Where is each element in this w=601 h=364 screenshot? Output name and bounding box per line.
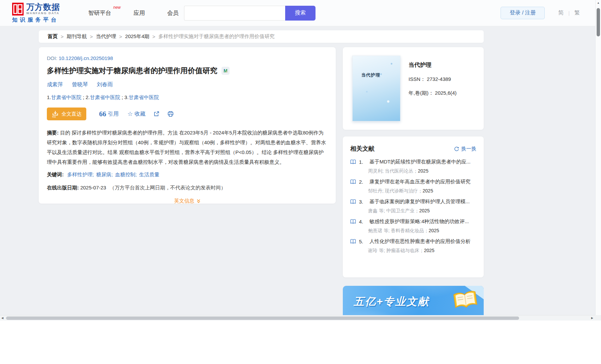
related-item: 5. 人性化护理在恶性肿瘤患者中的应用价值分析 谢玲 等; 肿瘤基础与临床；20… (350, 238, 476, 254)
lang-divider: | (568, 10, 570, 16)
lang-traditional[interactable]: 繁 (574, 9, 580, 17)
vertical-scrollbar[interactable]: ▲ (595, 0, 601, 315)
nav-item-zhiyan[interactable]: 智研平台 new (88, 9, 111, 17)
author-link[interactable]: 曾晓琴 (72, 81, 88, 88)
horizontal-scrollbar-thumb[interactable] (6, 316, 519, 320)
affiliation-link[interactable]: 甘肃省中医院 (90, 94, 120, 100)
journal-cover[interactable]: 当代护理 (352, 56, 400, 121)
scroll-right-icon[interactable]: ▶ (591, 316, 593, 320)
refresh-related-button[interactable]: 换一换 (454, 146, 476, 152)
affiliation-separator: ; (120, 94, 125, 100)
star-icon: ☆ (127, 110, 133, 118)
lang-simplified[interactable]: 简 (558, 9, 564, 17)
book-icon (350, 159, 356, 164)
nav-item-apps[interactable]: 应用 (133, 9, 145, 17)
header-right: 登录 / 注册 简 | 繁 (501, 7, 583, 19)
english-info-label: 英文信息 (174, 198, 194, 204)
fulltext-button[interactable]: free 全文直达 (47, 108, 86, 120)
keyword-separator: ; (92, 172, 94, 177)
nav-item-member[interactable]: 会员 (167, 9, 179, 17)
scroll-up-icon[interactable]: ▲ (596, 1, 601, 4)
logo-brand-en: WANFANG DATA (26, 12, 60, 15)
affiliation-list: 1.甘肃省中医院 ; 2.甘肃省中医院 ; 3.甘肃省中医院 (47, 94, 328, 101)
related-item: 1. 基于MDT的延续性护理在糖尿病患者中的应... 周灵利; 当代医药论丛；2… (350, 159, 476, 174)
logo-brand-text: 万方数据 (26, 3, 60, 11)
keyword-link[interactable]: 生活质量 (139, 172, 159, 177)
scroll-left-icon[interactable]: ◀ (1, 316, 3, 320)
affiliation-number: 1. (47, 94, 51, 100)
breadcrumb-home[interactable]: 首页 (48, 33, 58, 40)
doi-link[interactable]: 10.12208/j.cn.20250198 (59, 55, 113, 61)
related-item-year: 2025 (418, 168, 428, 174)
article-title: 多样性护理实施对于糖尿病患者的护理作用价值研究 (47, 66, 217, 76)
related-item-title[interactable]: 人性化护理在恶性肿瘤患者中的应用价值分析 (369, 238, 471, 245)
keyword-link[interactable]: 多样性护理 (67, 172, 92, 177)
doi-line: DOI: 10.12208/j.cn.20250198 (47, 55, 328, 61)
article-actions: free 全文直达 66 引用 ☆ 收藏 (47, 108, 328, 120)
related-item-number: 4. (359, 219, 366, 224)
related-card: 相关文献 换一换 1. 基于M (343, 136, 484, 277)
english-info-toggle[interactable]: 英文信息 (174, 198, 201, 204)
horizontal-scrollbar[interactable]: ◀ ▶ (0, 315, 595, 321)
login-register-button[interactable]: 登录 / 注册 (501, 7, 545, 19)
breadcrumb-journal[interactable]: 当代护理 (96, 33, 116, 40)
pubdate-label: 在线出版日期: (47, 185, 79, 190)
search-input[interactable] (184, 6, 285, 21)
pubdate-value: 2025-07-23 (80, 185, 106, 190)
affiliation-link[interactable]: 甘肃省中医院 (51, 94, 82, 100)
pubdate-note: （万方平台首次上网日期，不代表论文的发表时间） (110, 185, 226, 190)
chevron-double-down-icon (197, 199, 201, 203)
keywords-line: 关键词: 多样性护理;糖尿病;血糖控制;生活质量 (47, 172, 328, 178)
cite-label: 引用 (108, 111, 119, 118)
printer-icon (168, 111, 174, 117)
favorite-label: 收藏 (134, 111, 145, 118)
search-button[interactable]: 搜索 (285, 6, 315, 21)
cite-button[interactable]: 66 引用 (99, 111, 119, 118)
related-item-title[interactable]: 康复护理在老年高血压患者中的应用价值研究 (369, 179, 471, 185)
related-title: 相关文献 (350, 145, 374, 153)
breadcrumb-journal-nav[interactable]: 期刊导航 (67, 33, 87, 40)
author-link[interactable]: 成素萍 (47, 81, 63, 88)
journal-volume: 年,卷(期)： 2025,6(4) (409, 90, 457, 96)
abstract-text: 目的 探讨多样性护理对糖尿病患者的护理作用。方法 在2023年5月 - 2024… (47, 130, 326, 165)
journal-cover-title: 当代护理 (361, 72, 380, 78)
quote-icon: 66 (99, 112, 106, 116)
promo-banner[interactable]: 五亿+专业文献 (343, 286, 484, 315)
breadcrumb-issue[interactable]: 2025年4期 (125, 33, 149, 40)
wanfang-logo-icon (12, 3, 24, 16)
affiliation-number: 2. (86, 94, 90, 100)
book-icon (350, 239, 356, 244)
related-item-source: 周灵利; 当代医药论丛；2025 (368, 168, 476, 174)
metrics-m-icon: M (223, 68, 228, 73)
favorite-button[interactable]: ☆ 收藏 (127, 110, 145, 118)
journal-name[interactable]: 当代护理 (409, 61, 457, 69)
metrics-badge[interactable]: M (221, 67, 230, 75)
wanfang-logo[interactable]: 万方数据 WANFANG DATA 知识服务平台 (12, 3, 66, 24)
related-item-title[interactable]: 基于临床案例的康复护理科护理人员管理模... (369, 199, 470, 205)
related-item-title[interactable]: 敏感性皮肤护理新策略:4种活性物的功效评... (369, 218, 469, 225)
banner-text: 五亿+专业文献 (354, 295, 429, 309)
print-button[interactable] (168, 111, 174, 117)
keyword-link[interactable]: 血糖控制 (115, 172, 136, 177)
fulltext-label: 全文直达 (61, 111, 82, 117)
related-item-title[interactable]: 基于MDT的延续性护理在糖尿病患者中的应... (369, 159, 471, 165)
keyword-separator: ; (111, 172, 113, 177)
related-item: 3. 基于临床案例的康复护理科护理人员管理模... 唐鑫 等; 中国卫生产业；2… (350, 199, 476, 214)
related-item-year: 2025 (429, 228, 439, 233)
breadcrumb-separator: > (119, 34, 122, 39)
issn-label: ISSN： (409, 76, 425, 82)
related-item-year: 2025 (424, 248, 434, 253)
share-button[interactable] (153, 111, 159, 117)
author-link[interactable]: 刘春雨 (97, 81, 113, 88)
volume-value: 2025,6(4) (435, 90, 456, 96)
abstract-label: 摘要: (47, 130, 59, 135)
scrollbar-corner (595, 315, 601, 321)
site-header: 万方数据 WANFANG DATA 知识服务平台 智研平台 new 应用 会员 … (0, 0, 595, 26)
logo-subtitle: 知识服务平台 (12, 17, 66, 24)
refresh-label: 换一换 (461, 146, 476, 152)
keyword-link[interactable]: 糖尿病 (96, 172, 111, 177)
related-item-number: 1. (359, 159, 366, 165)
affiliation-link[interactable]: 甘肃省中医院 (129, 94, 159, 100)
related-item-source: 唐鑫 等; 中国卫生产业；2025 (368, 208, 476, 214)
vertical-scrollbar-thumb[interactable] (597, 8, 600, 36)
